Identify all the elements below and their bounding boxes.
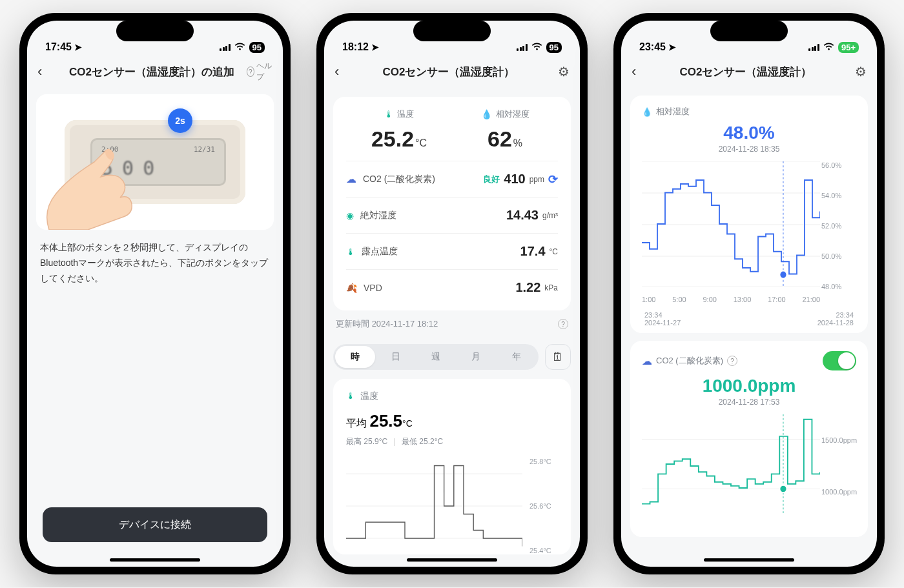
thermometer-icon: 🌡 <box>346 390 355 402</box>
home-indicator[interactable] <box>110 558 200 562</box>
navbar: ‹ CO2センサー（温湿度計） ⚙ <box>621 56 877 88</box>
temperature-chart[interactable]: 25.8°C25.6°C25.4°C <box>346 458 558 554</box>
wifi-icon <box>234 42 245 53</box>
time-range-segmented: 時 日 週 月 年 <box>333 344 539 370</box>
instruction-illustration: 2s 2:00 12/31 5 0 0 <box>36 94 274 230</box>
info-button[interactable]: ? <box>727 356 737 366</box>
seg-day[interactable]: 日 <box>375 346 415 368</box>
seg-year[interactable]: 年 <box>497 346 537 368</box>
back-button[interactable]: ‹ <box>632 63 651 80</box>
phone-frame-2: 18:12➤ 95 ‹ CO2センサー（温湿度計） ⚙ 🌡温度 25.2°C <box>316 13 588 574</box>
co2-chart-card: ☁ CO2 (二酸化炭素) ? 1000.0ppm 2024-11-28 17:… <box>630 341 868 537</box>
abshum-value: 14.43 <box>506 208 539 223</box>
humidity-icon: ◉ <box>346 210 354 221</box>
co2-reading: 1000.0ppm <box>642 376 856 396</box>
cellular-icon <box>808 44 819 51</box>
seg-hour[interactable]: 時 <box>335 346 375 368</box>
seg-week[interactable]: 週 <box>416 346 456 368</box>
co2-quality: 良好 <box>483 174 500 185</box>
help-button[interactable]: ? ヘルプ <box>247 61 272 83</box>
battery-indicator: 95 <box>546 42 562 53</box>
co2-icon: ☁ <box>346 173 356 185</box>
dewpoint-icon: 🌡 <box>346 247 355 257</box>
home-indicator[interactable] <box>407 558 497 562</box>
page-title: CO2センサー（温湿度計）の追加 <box>57 65 247 79</box>
co2-chart[interactable]: 1500.0ppm 1000.0ppm <box>642 414 856 531</box>
droplet-icon: 💧 <box>481 109 492 119</box>
humidity-value: 62 <box>488 127 512 152</box>
battery-indicator: 95 <box>249 42 265 53</box>
info-button[interactable]: ? <box>558 319 568 329</box>
vpd-value: 1.22 <box>515 280 540 295</box>
summary-card: 🌡温度 25.2°C 💧相対湿度 62% ☁CO2 (二酸化炭素) 良好 410… <box>333 97 571 310</box>
calendar-button[interactable]: 🗓 <box>545 344 571 370</box>
svg-point-10 <box>779 270 786 278</box>
humidity-reading: 48.0% <box>642 123 856 143</box>
page-title: CO2センサー（温湿度計） <box>354 65 544 79</box>
temperature-label: 温度 <box>397 108 414 120</box>
settings-button[interactable]: ⚙ <box>558 64 570 79</box>
connect-device-button[interactable]: デバイスに接続 <box>43 507 267 542</box>
absolute-humidity-row[interactable]: ◉絶対湿度 14.43g/m³ <box>346 197 558 233</box>
vpd-row[interactable]: 🍂VPD 1.22kPa <box>346 269 558 305</box>
phone-frame-3: 23:45➤ 95+ ‹ CO2センサー（温湿度計） ⚙ 💧相対湿度 48.0%… <box>613 13 885 574</box>
humidity-chart[interactable]: 56.0% 54.0% 52.0% 50.0% 48.0% 1:00 5:00 … <box>642 161 856 303</box>
temperature-value: 25.2 <box>371 127 414 152</box>
humidity-label: 相対湿度 <box>496 108 529 120</box>
leaf-icon: 🍂 <box>346 283 357 293</box>
settings-button[interactable]: ⚙ <box>855 64 867 79</box>
cellular-icon <box>220 44 231 51</box>
refresh-button[interactable]: ⟳ <box>548 172 558 187</box>
status-time: 18:12 <box>342 41 369 53</box>
avg-temperature: 25.5 <box>369 411 402 431</box>
dewpoint-row[interactable]: 🌡露点温度 17.4°C <box>346 233 558 269</box>
phone-frame-1: 17:45 ➤ 95 ‹ CO2センサー（温湿度計）の追加 ? ヘルプ <box>19 13 291 574</box>
location-icon: ➤ <box>74 42 82 52</box>
notch <box>413 21 491 41</box>
notch <box>710 21 788 41</box>
back-button[interactable]: ‹ <box>37 63 57 80</box>
navbar: ‹ CO2センサー（温湿度計）の追加 ? ヘルプ <box>27 56 283 88</box>
hand-icon <box>36 133 146 230</box>
status-time: 17:45 <box>45 41 72 53</box>
humidity-timestamp: 2024-11-28 18:35 <box>642 145 856 154</box>
notch <box>116 21 194 41</box>
wifi-icon <box>823 42 834 53</box>
help-icon: ? <box>247 66 254 77</box>
droplet-icon: 💧 <box>642 107 652 117</box>
update-time-row: 更新時間 2024-11-17 18:12 ? <box>333 318 571 335</box>
humidity-chart-card: 💧相対湿度 48.0% 2024-11-28 18:35 56.0% <box>630 96 868 333</box>
home-indicator[interactable] <box>704 558 794 562</box>
location-icon: ➤ <box>371 42 379 52</box>
help-label: ヘルプ <box>256 61 272 83</box>
thermometer-icon: 🌡 <box>384 109 393 119</box>
co2-icon: ☁ <box>642 355 652 367</box>
battery-indicator: 95+ <box>838 42 859 53</box>
location-icon: ➤ <box>668 42 676 52</box>
page-title: CO2センサー（温湿度計） <box>651 65 841 79</box>
instruction-text: 本体上部のボタンを２秒間押して、ディスプレイのBluetoothマークが表示され… <box>36 240 274 286</box>
seg-month[interactable]: 月 <box>456 346 496 368</box>
duration-badge: 2s <box>168 108 192 133</box>
status-time: 23:45 <box>639 41 666 53</box>
temperature-chart-card: 🌡温度 平均 25.5°C 最高 25.9°C | 最低 25.2°C 25.8… <box>333 379 571 554</box>
navbar: ‹ CO2センサー（温湿度計） ⚙ <box>324 56 580 88</box>
dewpoint-value: 17.4 <box>520 244 546 259</box>
wifi-icon <box>531 42 542 53</box>
back-button[interactable]: ‹ <box>334 63 354 80</box>
co2-timestamp: 2024-11-28 17:53 <box>642 398 856 407</box>
co2-toggle[interactable] <box>823 351 856 370</box>
cellular-icon <box>517 44 528 51</box>
co2-row[interactable]: ☁CO2 (二酸化炭素) 良好 410ppm ⟳ <box>346 161 558 197</box>
co2-value: 410 <box>504 172 525 187</box>
svg-point-14 <box>779 485 786 493</box>
